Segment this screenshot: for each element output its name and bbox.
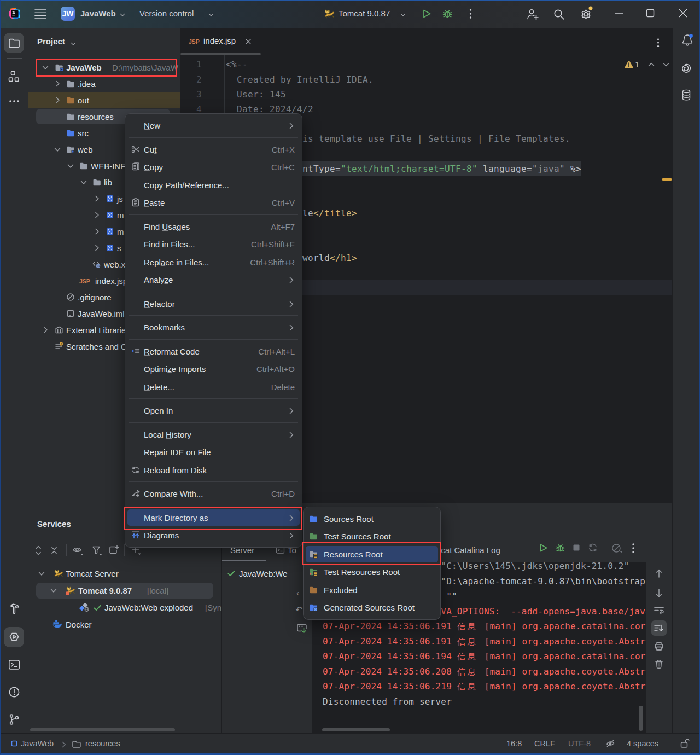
- chevron-down-tree[interactable]: [79, 178, 88, 187]
- chevron-down-small[interactable]: [208, 11, 214, 18]
- stripe-database-button[interactable]: [681, 89, 691, 101]
- stripe-project-button[interactable]: [4, 33, 24, 53]
- tree-row-out[interactable]: out: [28, 92, 180, 108]
- chevron-up-sm[interactable]: [647, 60, 656, 69]
- debug[interactable]: [555, 543, 565, 553]
- highlight-off[interactable]: [605, 738, 616, 749]
- main-menu-burger[interactable]: [34, 9, 46, 20]
- context-menu-item-findinfiles[interactable]: Find in Files...Ctrl+Shift+F: [125, 235, 302, 253]
- more-vertical[interactable]: [469, 8, 472, 19]
- services-row-javawebwebexploded[interactable]: JavaWeb:Web exploded[Synchronized]: [28, 599, 221, 616]
- context-menu-item-copy[interactable]: CopyCtrl+C: [125, 158, 302, 176]
- add-user[interactable]: [526, 8, 539, 20]
- close[interactable]: [679, 9, 687, 18]
- context-menu-item-openin[interactable]: Open In: [125, 402, 302, 420]
- context-menu-item-refactor[interactable]: Refactor: [125, 295, 302, 313]
- chevron-down-tree[interactable]: [37, 569, 46, 578]
- status-encoding[interactable]: UTF-8: [568, 739, 591, 748]
- status-path[interactable]: resources: [85, 739, 120, 748]
- status-line-ending[interactable]: CRLF: [534, 739, 555, 748]
- context-menu-item-comparewith[interactable]: Compare With...Ctrl+D: [125, 485, 302, 503]
- context-menu-item-optimizeimports[interactable]: Optimize ImportsCtrl+Alt+O: [125, 360, 302, 378]
- context-menu-item-reloadfromdisk[interactable]: Reload from Disk: [125, 461, 302, 479]
- chevron-right-tree[interactable]: [53, 79, 62, 88]
- context-menu-item-repairideonfile[interactable]: Repair IDE on File: [125, 443, 302, 461]
- titlebar-run-config[interactable]: Tomcat 9.0.87: [339, 9, 390, 18]
- add-service[interactable]: [108, 545, 119, 556]
- titlebar-vcs-widget[interactable]: Version control: [139, 9, 194, 18]
- submenu-item-testresourcesroot[interactable]: Test Resources Root: [304, 563, 440, 581]
- stop[interactable]: [572, 543, 581, 552]
- chevron-right-tree[interactable]: [41, 326, 50, 334]
- chevron-right-tree[interactable]: [92, 227, 101, 236]
- settings-gear[interactable]: [580, 8, 593, 21]
- scroll-up[interactable]: [655, 568, 663, 578]
- minimize[interactable]: [615, 9, 623, 18]
- titlebar-project-name[interactable]: JavaWeb: [80, 9, 116, 18]
- more-vertical[interactable]: [632, 543, 635, 554]
- stripe-git-button[interactable]: [8, 713, 20, 725]
- context-menu-item-new[interactable]: New: [125, 117, 302, 135]
- expand-all[interactable]: [34, 545, 42, 556]
- context-menu-item-reformatcode[interactable]: Reformat CodeCtrl+Alt+L: [125, 342, 302, 361]
- status-indent[interactable]: 4 spaces: [627, 739, 658, 748]
- context-menu-item-analyze[interactable]: Analyze: [125, 271, 302, 289]
- inspections-widget[interactable]: 1: [623, 59, 672, 72]
- submenu-item-sourcesroot[interactable]: Sources Root: [304, 510, 440, 528]
- services-row-tomcatserver[interactable]: Tomcat Server: [28, 565, 221, 582]
- chevron-down-tree[interactable]: [41, 63, 50, 72]
- tree-row-idea[interactable]: .idea: [28, 76, 180, 92]
- stripe-build-button[interactable]: [8, 603, 20, 615]
- search[interactable]: [553, 8, 565, 20]
- stripe-ai-assistant-button[interactable]: [681, 63, 692, 74]
- error-stripe-warning-mark[interactable]: [662, 178, 672, 181]
- chevron-right-tree[interactable]: [92, 211, 101, 219]
- view-options-eye[interactable]: [72, 545, 84, 555]
- context-menu-item-diagrams[interactable]: Diagrams: [125, 526, 302, 544]
- deployment-row-javaweb[interactable]: JavaWeb:We: [221, 565, 294, 582]
- show-options-sliver-icon[interactable]: [299, 573, 302, 580]
- project-avatar[interactable]: JW: [61, 7, 75, 21]
- profile[interactable]: [611, 543, 623, 554]
- run[interactable]: [538, 543, 549, 553]
- chevron-down-tree[interactable]: [53, 145, 62, 154]
- rerun[interactable]: [588, 543, 598, 553]
- context-menu-item-copypathreference[interactable]: Copy Path/Reference...: [125, 176, 302, 194]
- filter-funnel[interactable]: [92, 545, 103, 555]
- context-menu-item-findusages[interactable]: Find UsagesAlt+F7: [125, 218, 302, 236]
- stripe-more-button[interactable]: [9, 100, 20, 103]
- submenu-item-testsourcesroot[interactable]: Test Sources Root: [304, 527, 440, 545]
- collapse-all[interactable]: [50, 545, 58, 556]
- submenu-item-resourcesroot[interactable]: Resources Root: [304, 545, 440, 564]
- debug[interactable]: [442, 8, 453, 19]
- chevron-right-tree[interactable]: [92, 194, 101, 203]
- context-menu-item-replaceinfiles[interactable]: Replace in Files...Ctrl+Shift+R: [125, 253, 302, 271]
- stripe-problems-button[interactable]: [8, 686, 20, 698]
- intellij-logo[interactable]: [8, 7, 21, 20]
- stripe-services-button[interactable]: [4, 627, 24, 647]
- chevron-down-small[interactable]: [119, 11, 126, 18]
- stripe-terminal-button[interactable]: [8, 659, 20, 671]
- soft-wrap[interactable]: [654, 606, 664, 614]
- console-vscroll-thumb[interactable]: [639, 706, 643, 731]
- context-menu-item-localhistory[interactable]: Local History: [125, 426, 302, 444]
- clear-trash[interactable]: [655, 659, 663, 669]
- maximize[interactable]: [646, 9, 655, 18]
- stripe-structure-button[interactable]: [8, 71, 20, 83]
- services-hscroll-thumb[interactable]: [30, 728, 175, 731]
- deploy-window[interactable]: [296, 623, 308, 635]
- scroll-down[interactable]: [655, 588, 663, 598]
- print[interactable]: [654, 641, 664, 651]
- context-menu-item-cut[interactable]: CutCtrl+X: [125, 141, 302, 159]
- scroll-to-end-active-bg[interactable]: [651, 620, 667, 636]
- context-menu-item-bookmarks[interactable]: Bookmarks: [125, 318, 302, 336]
- services-row-docker[interactable]: Docker: [28, 615, 221, 632]
- context-menu-item-paste[interactable]: PasteCtrl+V: [125, 194, 302, 212]
- context-menu-item-markdirectoryas[interactable]: Mark Directory as: [125, 509, 302, 527]
- status-module[interactable]: JavaWeb: [21, 739, 54, 748]
- chevron-down-small[interactable]: [400, 11, 406, 18]
- rollback-sliver-icon[interactable]: ↶: [295, 605, 302, 615]
- context-menu-item-delete[interactable]: Delete...Delete: [125, 378, 302, 396]
- chevron-sliver-icon[interactable]: ‹: [296, 588, 299, 597]
- submenu-item-generatedsourcesroot[interactable]: Generated Sources Root: [304, 599, 440, 617]
